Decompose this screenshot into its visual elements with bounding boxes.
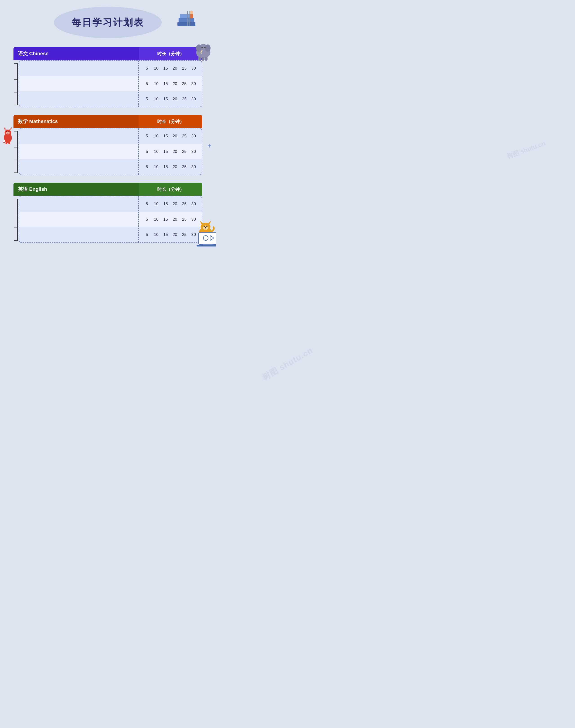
english-task-row-3 bbox=[19, 227, 138, 243]
dur-num: 30 bbox=[191, 97, 196, 102]
english-task-row-1 bbox=[19, 196, 138, 212]
dur-num: 15 bbox=[163, 202, 168, 206]
math-dur-row-2: 5 10 15 20 25 30 bbox=[139, 144, 202, 159]
dur-num: 5 bbox=[144, 202, 149, 206]
dur-num: 25 bbox=[181, 232, 187, 237]
dur-num: 10 bbox=[154, 81, 159, 86]
math-section: 数学 Mathenatics 时长（分钟） bbox=[13, 115, 202, 176]
dur-num: 5 bbox=[144, 66, 149, 71]
dur-num: 20 bbox=[172, 66, 178, 71]
english-duration-rows: 5 10 15 20 25 30 5 10 15 20 25 30 bbox=[139, 196, 202, 243]
chinese-section: 语文 Chinese 时长（分钟） bbox=[13, 47, 202, 108]
title-ellipse: 每日学习计划表 bbox=[54, 7, 162, 38]
math-dashed-box: 5 10 15 20 25 30 5 10 15 20 25 30 bbox=[19, 128, 202, 175]
chinese-dur-row-3: 5 10 15 20 25 30 bbox=[139, 92, 202, 107]
svg-point-34 bbox=[7, 133, 8, 134]
english-dashed-box: 5 10 15 20 25 30 5 10 15 20 25 30 bbox=[19, 196, 202, 243]
english-duration-label: 时长（分钟） bbox=[139, 183, 202, 196]
math-task-list bbox=[19, 129, 139, 175]
chinese-dur-row-2: 5 10 15 20 25 30 bbox=[139, 76, 202, 92]
dur-num: 15 bbox=[163, 217, 168, 222]
dur-num: 20 bbox=[172, 202, 178, 206]
dur-num: 25 bbox=[181, 202, 187, 206]
laptop-decoration bbox=[195, 230, 215, 248]
svg-marker-44 bbox=[200, 221, 203, 224]
dur-num: 15 bbox=[163, 165, 168, 169]
dur-num: 25 bbox=[181, 66, 187, 71]
dur-num: 20 bbox=[172, 165, 178, 169]
dur-num: 15 bbox=[163, 149, 168, 154]
dur-num: 30 bbox=[191, 134, 196, 139]
svg-rect-19 bbox=[205, 57, 207, 61]
dur-num: 25 bbox=[181, 81, 187, 86]
chinese-bracket bbox=[13, 60, 19, 108]
elephant-decoration bbox=[193, 40, 213, 58]
title-area: 每日学习计划表 bbox=[13, 7, 202, 38]
dur-num: 30 bbox=[191, 202, 196, 206]
math-duration-rows: 5 10 15 20 25 30 5 10 15 20 25 30 bbox=[139, 129, 202, 175]
english-task-list bbox=[19, 196, 139, 243]
dur-num: 30 bbox=[191, 165, 196, 169]
svg-point-49 bbox=[205, 227, 206, 228]
dur-num: 20 bbox=[172, 217, 178, 222]
dur-num: 20 bbox=[172, 232, 178, 237]
fox-decoration bbox=[1, 126, 14, 144]
dur-num: 5 bbox=[144, 149, 149, 154]
dur-num: 15 bbox=[163, 134, 168, 139]
chinese-task-row-3 bbox=[19, 92, 138, 107]
dur-num: 20 bbox=[172, 149, 178, 154]
dur-num: 5 bbox=[144, 97, 149, 102]
svg-rect-18 bbox=[202, 57, 205, 61]
chinese-header: 语文 Chinese 时长（分钟） bbox=[13, 47, 202, 60]
dur-num: 10 bbox=[154, 232, 159, 237]
dur-num: 10 bbox=[154, 134, 159, 139]
chinese-task-row-2 bbox=[19, 76, 138, 92]
dur-num: 25 bbox=[181, 134, 187, 139]
english-dur-row-1: 5 10 15 20 25 30 bbox=[139, 196, 202, 212]
math-dur-row-1: 5 10 15 20 25 30 bbox=[139, 129, 202, 144]
math-title: 数学 Mathenatics bbox=[13, 115, 139, 128]
chinese-dashed-box: 5 10 15 20 25 30 5 10 15 20 25 30 bbox=[19, 60, 202, 107]
dur-num: 25 bbox=[181, 217, 187, 222]
dur-num: 5 bbox=[144, 81, 149, 86]
svg-point-32 bbox=[6, 131, 7, 132]
english-rows: 5 10 15 20 25 30 5 10 15 20 25 30 bbox=[13, 196, 202, 244]
svg-point-15 bbox=[201, 47, 203, 48]
chinese-task-list bbox=[19, 61, 139, 107]
dur-num: 15 bbox=[163, 97, 168, 102]
books-decoration bbox=[175, 4, 198, 31]
dur-num: 5 bbox=[144, 165, 149, 169]
svg-point-33 bbox=[8, 131, 9, 132]
english-task-row-2 bbox=[19, 212, 138, 227]
chinese-dur-row-1: 5 10 15 20 25 30 bbox=[139, 61, 202, 76]
english-title: 英语 English bbox=[13, 183, 139, 196]
math-rows: 5 10 15 20 25 30 5 10 15 20 25 30 bbox=[13, 128, 202, 176]
dur-num: 5 bbox=[144, 134, 149, 139]
chinese-duration-rows: 5 10 15 20 25 30 5 10 15 20 25 30 bbox=[139, 61, 202, 107]
math-task-row-1 bbox=[19, 129, 138, 144]
dur-num: 15 bbox=[163, 232, 168, 237]
english-dur-row-2: 5 10 15 20 25 30 bbox=[139, 212, 202, 227]
dur-num: 20 bbox=[172, 81, 178, 86]
dur-num: 20 bbox=[172, 134, 178, 139]
english-dur-row-3: 5 10 15 20 25 30 bbox=[139, 227, 202, 243]
chinese-title: 语文 Chinese bbox=[13, 47, 139, 60]
dur-num: 20 bbox=[172, 97, 178, 102]
math-task-row-2 bbox=[19, 144, 138, 159]
dur-num: 25 bbox=[181, 165, 187, 169]
math-duration-label: 时长（分钟） bbox=[139, 115, 202, 128]
svg-rect-35 bbox=[6, 142, 7, 144]
chinese-duration-label: 时长（分钟） bbox=[139, 47, 202, 60]
dur-num: 25 bbox=[181, 97, 187, 102]
dur-num: 10 bbox=[154, 149, 159, 154]
svg-rect-2 bbox=[177, 22, 195, 26]
dur-num: 30 bbox=[191, 81, 196, 86]
svg-marker-45 bbox=[207, 221, 211, 224]
dur-num: 5 bbox=[144, 232, 149, 237]
svg-point-16 bbox=[204, 47, 205, 48]
dur-num: 15 bbox=[163, 81, 168, 86]
math-bracket bbox=[13, 128, 19, 176]
svg-point-48 bbox=[206, 226, 207, 227]
dur-num: 25 bbox=[181, 149, 187, 154]
svg-point-47 bbox=[203, 226, 205, 227]
